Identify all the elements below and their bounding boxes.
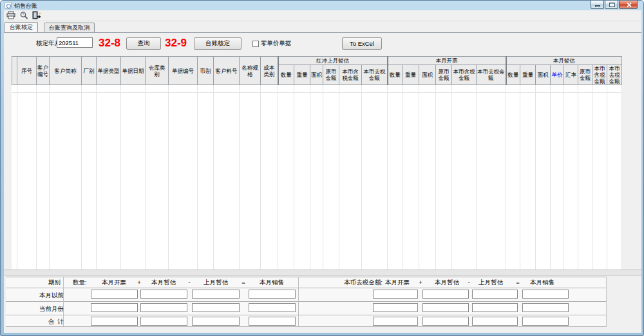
window-title: 销售台账 bbox=[14, 2, 37, 10]
checkbox-icon bbox=[252, 41, 259, 47]
grid-header-group-row: 序号 客户编号 客户简称 厂别 单据类型 单据日期 仓库类别 单据编号 币别 客… bbox=[12, 57, 622, 65]
close-icon bbox=[626, 2, 632, 8]
summary-input[interactable] bbox=[522, 303, 569, 312]
app-icon bbox=[5, 2, 12, 9]
toolbar bbox=[4, 10, 641, 21]
column-header-qty[interactable]: 数量 bbox=[388, 65, 402, 85]
column-header-exchange-rate[interactable]: 汇率 bbox=[564, 65, 578, 85]
column-header-warehouse-type[interactable]: 仓库类别 bbox=[146, 57, 169, 85]
zero-price-checkbox-label: 零单价单据 bbox=[261, 39, 292, 48]
formula-sales-label: 本月销售 bbox=[246, 279, 298, 287]
summary-input[interactable] bbox=[249, 303, 296, 312]
summary-input[interactable] bbox=[249, 317, 296, 326]
formula-last-month-label: 上月暂估 bbox=[190, 279, 242, 287]
summary-input[interactable] bbox=[373, 290, 418, 299]
column-header-customer-part-no[interactable]: 客户料号 bbox=[214, 57, 240, 85]
column-header-local-tax-excl[interactable]: 本币去税金额 bbox=[607, 65, 622, 85]
column-header-customer-no[interactable]: 客户编号 bbox=[37, 57, 50, 85]
grid-body-area bbox=[12, 93, 622, 275]
summary-input[interactable] bbox=[422, 317, 469, 326]
group-header-this-month-estimated: 本月暂估 bbox=[506, 57, 622, 65]
find-icon[interactable] bbox=[19, 11, 30, 21]
column-header-unit-price[interactable]: 单价 bbox=[551, 65, 564, 85]
to-excel-button[interactable]: To ExCel bbox=[342, 37, 382, 50]
row-indicator-header bbox=[12, 57, 17, 85]
column-header-local-tax-incl[interactable]: 本币含税金额 bbox=[339, 65, 362, 85]
summary-input[interactable] bbox=[373, 303, 418, 312]
title-bar: 销售台账 bbox=[1, 1, 643, 10]
summary-input[interactable] bbox=[472, 303, 518, 312]
print-icon[interactable] bbox=[6, 11, 17, 21]
formula-invoiced-label: 本月开票 bbox=[88, 279, 140, 287]
column-header-orig-amount[interactable]: 原币金额 bbox=[323, 65, 339, 85]
formula-estimated-label: 本月暂估 bbox=[138, 279, 189, 287]
summary-input[interactable] bbox=[522, 290, 569, 299]
column-header-currency[interactable]: 币别 bbox=[198, 57, 214, 85]
summary-input[interactable] bbox=[422, 290, 469, 299]
app-window: 销售台账 bbox=[0, 0, 644, 336]
summary-input[interactable] bbox=[140, 303, 187, 312]
summary-divider bbox=[6, 301, 606, 302]
exit-icon[interactable] bbox=[32, 11, 42, 21]
column-header-local-tax-incl[interactable]: 本币含税金额 bbox=[452, 65, 477, 85]
tab-ledger-query-cancel[interactable]: 台账查询及取消 bbox=[44, 23, 95, 32]
close-button[interactable] bbox=[619, 1, 638, 9]
group-header-red-flush-last-month: 红冲上月暂估 bbox=[278, 57, 388, 65]
summary-input[interactable] bbox=[472, 317, 518, 326]
summary-input[interactable] bbox=[192, 317, 240, 326]
column-header-qty[interactable]: 数量 bbox=[506, 65, 520, 85]
minimize-icon bbox=[595, 5, 600, 7]
column-header-doc-date[interactable]: 单据日期 bbox=[121, 57, 146, 85]
column-header-factory[interactable]: 厂别 bbox=[82, 57, 97, 85]
column-header-customer-name[interactable]: 客户简称 bbox=[50, 57, 82, 85]
column-header-local-tax-excl[interactable]: 本币去税金额 bbox=[477, 65, 506, 85]
summary-input[interactable] bbox=[91, 303, 138, 312]
column-header-weight[interactable]: 重量 bbox=[520, 65, 536, 85]
column-header-local-tax-incl[interactable]: 本币含税金额 bbox=[592, 65, 607, 85]
column-header-seq[interactable]: 序号 bbox=[17, 57, 37, 85]
column-header-orig-amount[interactable]: 原币金额 bbox=[578, 65, 592, 85]
summary-input[interactable] bbox=[373, 317, 418, 326]
annotation-32-9: 32-9 bbox=[165, 37, 187, 50]
summary-input[interactable] bbox=[91, 290, 138, 299]
summary-section-divider bbox=[298, 277, 299, 326]
summary-row-label: 本月以前 bbox=[6, 292, 64, 300]
window-content: 台账核定 台账查询及取消 核定年月 32-8 查询 32-9 台账核定 零单价单… bbox=[4, 10, 641, 333]
column-header-local-tax-excl[interactable]: 本币去税金额 bbox=[362, 65, 388, 85]
column-header-doc-type[interactable]: 单据类型 bbox=[97, 57, 121, 85]
column-header-weight[interactable]: 重量 bbox=[294, 65, 310, 85]
grid-empty-row bbox=[12, 85, 622, 93]
query-button[interactable]: 查询 bbox=[126, 37, 161, 50]
column-header-cost-type[interactable]: 成本类别 bbox=[261, 57, 278, 85]
tab-ledger-verify[interactable]: 台账核定 bbox=[5, 22, 38, 32]
summary-divider bbox=[6, 288, 606, 288]
year-month-input[interactable] bbox=[57, 37, 93, 48]
grid-horizontal-scrollbar-area[interactable] bbox=[4, 270, 641, 276]
ledger-verify-button[interactable]: 台账核定 bbox=[194, 37, 242, 50]
tab-page-border bbox=[4, 32, 641, 33]
summary-input[interactable] bbox=[140, 317, 187, 326]
summary-input[interactable] bbox=[472, 290, 518, 299]
summary-input[interactable] bbox=[192, 290, 240, 299]
summary-input[interactable] bbox=[249, 290, 296, 299]
maximize-icon bbox=[609, 3, 615, 7]
summary-input[interactable] bbox=[140, 290, 187, 299]
column-header-name-spec[interactable]: 名称规格 bbox=[240, 57, 261, 85]
column-header-qty[interactable]: 数量 bbox=[278, 65, 294, 85]
summary-input[interactable] bbox=[91, 317, 138, 326]
column-header-area[interactable]: 面积 bbox=[419, 65, 436, 85]
column-header-weight[interactable]: 重量 bbox=[402, 65, 419, 85]
summary-input[interactable] bbox=[422, 303, 469, 312]
formula-last-month-label: 上月暂估 bbox=[465, 279, 516, 287]
minimize-button[interactable] bbox=[591, 1, 604, 9]
ledger-grid[interactable]: 序号 客户编号 客户简称 厂别 单据类型 单据日期 仓库类别 单据编号 币别 客… bbox=[12, 56, 622, 275]
column-header-area[interactable]: 面积 bbox=[310, 65, 323, 85]
column-header-doc-no[interactable]: 单据编号 bbox=[169, 57, 198, 85]
column-header-orig-amount[interactable]: 原币金额 bbox=[436, 65, 452, 85]
summary-input[interactable] bbox=[192, 303, 240, 312]
summary-input[interactable] bbox=[522, 317, 569, 326]
maximize-button[interactable] bbox=[605, 1, 618, 9]
summary-divider bbox=[6, 315, 606, 315]
column-header-area[interactable]: 面积 bbox=[536, 65, 551, 85]
zero-price-checkbox[interactable]: 零单价单据 bbox=[252, 39, 292, 48]
